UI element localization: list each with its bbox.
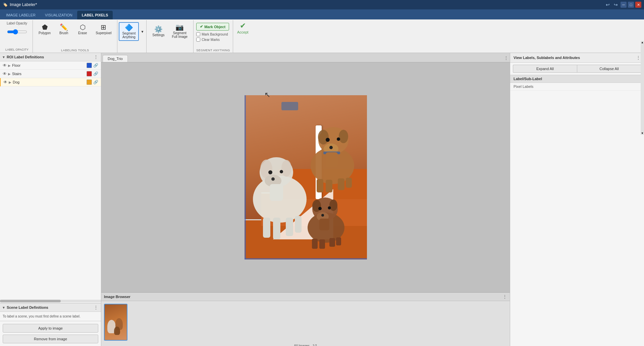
roi-eye-floor[interactable]: 👁 [3, 63, 7, 68]
scene-section-header[interactable]: ▼ Scene Label Definitions ⋮ [0, 303, 101, 312]
roi-link-floor[interactable]: 🔗 [93, 63, 98, 68]
roi-item-floor[interactable]: 👁 ▶ Floor 🔗 [0, 61, 101, 70]
remove-from-image-button[interactable]: Remove from image [3, 335, 98, 343]
collapse-all-button[interactable]: Collapse All [577, 65, 641, 73]
dog-small-svg [303, 189, 348, 249]
center-panel: Dog_Trio ⋮ ↖ [101, 53, 510, 346]
svg-rect-26 [326, 152, 338, 167]
svg-point-6 [268, 170, 272, 174]
roi-eye-dog[interactable]: 👁 [3, 80, 7, 84]
roi-link-dog[interactable]: 🔗 [93, 80, 98, 84]
accept-button[interactable]: ✔ Accept [237, 21, 249, 34]
segment-anything-dropdown[interactable]: ▼ [140, 30, 145, 34]
labeling-tools-label: LABELING TOOLS [36, 47, 114, 52]
close-button[interactable]: ✕ [635, 2, 641, 8]
toolbar: Label Opacity LABEL OPACITY ⬟ Polygon ✏️… [0, 19, 644, 53]
svg-rect-10 [286, 218, 293, 236]
svg-point-33 [318, 207, 322, 210]
segment-full-image-label: SegmentFull Image [172, 31, 187, 39]
roi-section-header[interactable]: ▼ ROI Label Definitions ⋮ [0, 53, 101, 61]
thumb-bg [105, 304, 127, 340]
segment-full-image-button[interactable]: 📷 SegmentFull Image [169, 22, 191, 40]
erase-tool[interactable]: ⬡ Erase [74, 22, 91, 37]
svg-point-34 [328, 207, 331, 210]
svg-rect-24 [338, 178, 344, 190]
roi-eye-stairs[interactable]: 👁 [3, 71, 7, 76]
roi-expand-floor: ▶ [8, 64, 11, 67]
brush-label: Brush [59, 31, 68, 35]
mark-background-checkbox[interactable] [196, 32, 200, 36]
svg-point-15 [318, 130, 329, 145]
expand-collapse-buttons: Expand All Collapse All [510, 63, 644, 75]
pixel-labels-cell: Pixel Labels [510, 83, 644, 91]
svg-point-32 [321, 214, 324, 217]
mark-object-icon: ✔ [200, 24, 203, 29]
roi-scrollbar-thumb [0, 300, 61, 302]
redo-button[interactable]: ↪ [612, 2, 619, 8]
dog-right-svg [305, 115, 360, 192]
expand-all-button[interactable]: Expand All [513, 65, 577, 73]
image-tab-label: Dog_Trio [108, 57, 123, 61]
tab-label-pixels[interactable]: LABEL PIXELS [77, 11, 113, 19]
tab-visualization[interactable]: VISUALIZATION [40, 11, 77, 19]
svg-point-30 [329, 199, 337, 211]
label-opacity-section: Label Opacity LABEL OPACITY [1, 20, 33, 53]
svg-point-5 [271, 177, 275, 181]
segment-anything-tools-label: SEGMENT ANYTHING [196, 47, 230, 52]
svg-rect-35 [312, 239, 318, 249]
image-area[interactable]: ↖ [101, 62, 510, 292]
brush-icon: ✏️ [60, 24, 68, 31]
scene-more-button[interactable]: ⋮ [93, 305, 99, 310]
roi-item-stairs[interactable]: 👁 ▶ Stairs 🔗 [0, 70, 101, 78]
polygon-label: Polygon [39, 31, 51, 35]
roi-horizontal-scrollbar[interactable] [0, 300, 101, 302]
label-opacity-slider[interactable] [7, 29, 27, 35]
clear-marks-option[interactable]: Clear Marks [196, 37, 230, 42]
accept-label: Accept [237, 30, 249, 34]
label-opacity-title: Label Opacity [5, 21, 29, 25]
image-browser-title: Image Browser [104, 295, 130, 299]
polygon-tool[interactable]: ⬟ Polygon [36, 22, 54, 37]
svg-point-16 [339, 130, 348, 143]
roi-scroll-area: 👁 ▶ Floor 🔗 👁 ▶ Stairs 🔗 👁 ▶ [0, 61, 101, 303]
segment-anything-button[interactable]: 🔷 SegmentAnything [119, 22, 139, 41]
roi-more-button[interactable]: ⋮ [93, 54, 99, 60]
superpixel-tool[interactable]: ⊞ Superpixel [93, 22, 114, 37]
roi-item-dog[interactable]: 👁 ▶ Dog 🔗 [0, 78, 101, 86]
segment-options: ✔ Mark Object Mark Background Clear Mark… [196, 21, 230, 42]
scene-note: To label a scene, you must first define … [0, 312, 101, 321]
maximize-button[interactable]: □ [628, 2, 634, 8]
superpixel-label: Superpixel [96, 31, 111, 35]
right-panel: View Labels, Sublabels and Attributes ⋮ … [510, 53, 644, 346]
roi-link-stairs[interactable]: 🔗 [93, 71, 98, 76]
brush-tool[interactable]: ✏️ Brush [55, 22, 72, 37]
titlebar-left: 🏷️ Image Labeler* [3, 2, 37, 7]
mark-object-row: ✔ Mark Object [196, 23, 230, 31]
mark-background-option[interactable]: Mark Background [196, 32, 230, 37]
roi-expand-stairs: ▶ [8, 72, 11, 76]
svg-rect-11 [295, 216, 302, 233]
label-sublabel-table: Label/Sub-Label Pixel Labels [510, 75, 644, 91]
mark-object-button[interactable]: ✔ Mark Object [196, 23, 229, 31]
roi-list: 👁 ▶ Floor 🔗 👁 ▶ Stairs 🔗 👁 ▶ [0, 61, 101, 300]
settings-button[interactable]: ⚙️ Settings [149, 24, 167, 39]
svg-point-3 [281, 160, 291, 177]
image-thumb-1[interactable] [104, 304, 127, 341]
segment-anything-buttons: 🔷 SegmentAnything ▼ [119, 21, 145, 41]
image-browser-more-button[interactable]: ⋮ [502, 294, 507, 299]
scene-collapse-arrow: ▼ [2, 306, 5, 309]
apply-to-image-button[interactable]: Apply to image [3, 324, 98, 333]
tab-more-button[interactable]: ⋮ [504, 55, 508, 61]
right-panel-more-button[interactable]: ⋮ [636, 55, 641, 60]
image-tab-dog-trio[interactable]: Dog_Trio [103, 55, 128, 62]
clear-marks-checkbox[interactable] [196, 38, 200, 42]
scene-section-title: Scene Label Definitions [7, 305, 48, 309]
roi-header-left: ▼ ROI Label Definitions [2, 55, 44, 59]
settings-segment-section: ⚙️ Settings 📷 SegmentFull Image . [147, 20, 194, 53]
tab-image-labeler[interactable]: IMAGE LABELER [1, 11, 40, 19]
minimize-button[interactable]: ─ [621, 2, 627, 8]
segment-full-image-icon: 📷 [175, 24, 184, 31]
small-object-top [281, 102, 298, 110]
roi-collapse-arrow: ▼ [2, 55, 5, 59]
undo-button[interactable]: ↩ [604, 2, 611, 8]
